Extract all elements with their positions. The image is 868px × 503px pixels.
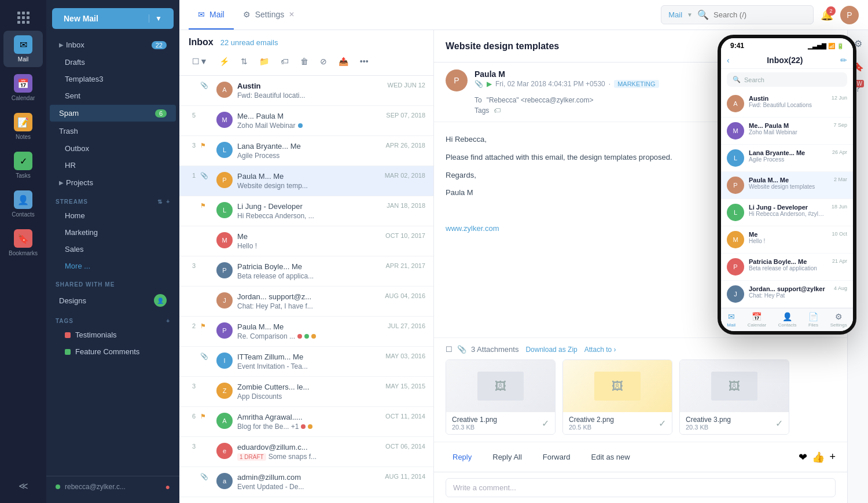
unread-count[interactable]: 22 unread emails — [220, 38, 278, 47]
phone-email-item[interactable]: L Lana Bryante... Me Agile Process 26 Ap… — [721, 145, 853, 172]
sidebar-item-sent[interactable]: Sent — [50, 88, 176, 104]
more-button[interactable]: ••• — [356, 54, 372, 68]
phone-back-button[interactable]: ‹ — [727, 56, 730, 65]
email-list-item[interactable]: 1 📎 P Paula M... Me Website design temp.… — [179, 166, 433, 196]
phone-sender: Me — [749, 231, 827, 238]
phone-email-item[interactable]: J Jordan... support@zylker Chat: Hey Pat… — [721, 281, 853, 308]
sidebar-item-spam[interactable]: Spam 6 — [50, 105, 176, 122]
sidebar-item-templates[interactable]: Templates 3 — [50, 71, 176, 87]
folder-button[interactable]: 📁 — [256, 54, 273, 68]
sidebar-item-tasks[interactable]: ✓ Tasks — [3, 147, 43, 183]
email-list-item[interactable]: M Me Hello ! OCT 10, 2017 — [179, 226, 433, 256]
body-link[interactable]: www.zylker.com — [446, 224, 499, 233]
sidebar-item-home[interactable]: Home — [50, 208, 176, 223]
comment-input[interactable] — [446, 478, 836, 497]
tab-settings[interactable]: ⚙ Settings ✕ — [234, 0, 304, 30]
settings-tab-close[interactable]: ✕ — [289, 10, 295, 19]
email-list-item[interactable]: 3 Z Zombie Cutters... le... App Discount… — [179, 377, 433, 407]
sidebar-item-drafts[interactable]: Drafts — [50, 54, 176, 70]
search-bar[interactable]: Mail ▼ 🔍 — [661, 5, 814, 24]
search-input[interactable] — [713, 10, 806, 19]
forward-link[interactable]: Forward — [536, 449, 578, 465]
phone-nav-files[interactable]: 📄 Files — [808, 312, 818, 328]
heart-emoji-button[interactable]: ❤ — [799, 451, 807, 464]
streams-sort-icon[interactable]: ⇅ — [157, 199, 163, 205]
more-emoji-button[interactable]: + — [829, 451, 836, 464]
attachment-checkbox[interactable]: ☐ — [446, 345, 453, 354]
phone-nav-contacts[interactable]: 👤 Contacts — [778, 312, 797, 328]
phone-email-item[interactable]: L Li Jung - Developer Hi Rebecca Anderso… — [721, 199, 853, 226]
email-list-item[interactable]: ⚑ L Li Jung - Developer Hi Rebecca Ander… — [179, 196, 433, 226]
attachment-2[interactable]: 🖼 Creative 2.png 20.5 KB ✓ — [562, 359, 672, 435]
archive-button[interactable]: ⊘ — [317, 54, 330, 68]
email-list-item[interactable]: J Jordan... support@z... Chat: Hey Pat, … — [179, 287, 433, 317]
phone-email-item[interactable]: P Patricia Boyle... Me Beta release of a… — [721, 254, 853, 281]
phone-email-item[interactable]: P Paula M... Me Website design templates… — [721, 172, 853, 199]
sidebar-item-mail[interactable]: ✉ Mail — [3, 31, 43, 67]
phone-compose-button[interactable]: ✏ — [840, 56, 847, 65]
email-date: MAY 03, 2016 — [385, 353, 425, 359]
user-avatar[interactable]: P — [840, 6, 859, 24]
attachment-1-check: ✓ — [542, 418, 549, 429]
search-dropdown-icon[interactable]: ▼ — [687, 12, 693, 18]
email-list-item[interactable]: 📎 A Austin Fwd: Beautiful locati... WED … — [179, 76, 433, 106]
sidebar-item-marketing[interactable]: Marketing — [50, 225, 176, 240]
email-list-item[interactable]: 📎 a admin@zillum.com Event Updated - De.… — [179, 467, 433, 497]
email-list-item[interactable]: 3 e eduardov@zillum.c... 1 DRAFTSome sna… — [179, 437, 433, 467]
email-list-item[interactable]: 5 ⚑ A Amritha Agrawal..... Re: Early acc… — [179, 497, 433, 503]
sidebar-item-hr[interactable]: HR — [50, 157, 176, 173]
email-list-item[interactable]: 3 P Patricia Boyle... Me Beta release of… — [179, 256, 433, 287]
sort-button[interactable]: ⇅ — [237, 54, 251, 68]
email-list-item[interactable]: 📎 I ITTeam Zillum... Me Event Invitation… — [179, 347, 433, 377]
phone-nav-settings[interactable]: ⚙ Settings — [830, 312, 847, 328]
new-mail-button[interactable]: New Mail ▼ — [52, 8, 174, 29]
sidebar-item-projects[interactable]: ▶ Projects — [50, 174, 176, 191]
email-list-item[interactable]: 6 ⚑ A Amritha Agrawal..... Blog for the … — [179, 407, 433, 437]
sidebar-tag-feature-comments[interactable]: Feature Comments — [50, 344, 176, 359]
tag-button[interactable]: 🏷 — [277, 54, 292, 68]
phone-email-item[interactable]: A Austin Fwd: Beautiful Locations 12 Jun — [721, 90, 853, 118]
notification-button[interactable]: 🔔 2 — [821, 9, 833, 21]
like-emoji-button[interactable]: 👍 — [812, 451, 825, 464]
phone-email-item[interactable]: M Me... Paula M Zoho Mail Webinar 7 Sep — [721, 118, 853, 145]
sidebar-tag-testimonials[interactable]: Testimonials — [50, 327, 176, 343]
phone-subject: Hi Rebecca Anderson, #zylker desk... — [749, 211, 827, 217]
collapse-button[interactable]: ≪ — [14, 476, 33, 496]
email-list-item[interactable]: 5 M Me... Paula M Zoho Mail Webinar SEP … — [179, 106, 433, 136]
edit-as-new-link[interactable]: Edit as new — [584, 449, 637, 465]
tags-add-btn[interactable]: 🏷 — [494, 107, 501, 115]
attach-to-link[interactable]: Attach to › — [584, 346, 616, 354]
sidebar-item-designs[interactable]: Designs 👤 — [50, 291, 176, 310]
sidebar-item-more[interactable]: More ... — [50, 258, 176, 274]
app-bar: ✉ Mail 📅 Calendar 📝 Notes ✓ Tasks 👤 Cont… — [0, 0, 46, 503]
phone-nav-mail[interactable]: ✉ Mail — [727, 312, 735, 328]
reply-link[interactable]: Reply — [446, 449, 479, 465]
download-zip-link[interactable]: Download as Zip — [525, 346, 577, 354]
phone-email-item[interactable]: M Me Hello ! 10 Oct — [721, 226, 853, 254]
sidebar-item-trash[interactable]: Trash — [50, 123, 176, 139]
phone-search-bar[interactable]: 🔍 Search — [727, 72, 847, 87]
tab-mail[interactable]: ✉ Mail — [189, 0, 234, 30]
attachment-3[interactable]: 🖼 Creative 3.png 20.3 KB ✓ — [679, 359, 789, 435]
delete-button[interactable]: 🗑 — [297, 54, 312, 68]
email-subject: Agile Process — [237, 152, 381, 160]
sidebar-item-outbox[interactable]: Outbox — [50, 141, 176, 156]
attachment-1[interactable]: 🖼 Creative 1.png 20.3 KB ✓ — [446, 359, 556, 435]
email-list-item[interactable]: 2 ⚑ P Paula M... Me Re. Comparison ... J… — [179, 317, 433, 347]
move-button[interactable]: 📤 — [335, 54, 352, 68]
sidebar-item-notes[interactable]: 📝 Notes — [3, 108, 43, 145]
filter-button[interactable]: ⚡ — [216, 54, 233, 68]
tags-add-icon[interactable]: + — [166, 318, 170, 324]
sidebar-item-sales[interactable]: Sales — [50, 241, 176, 257]
email-list-item[interactable]: 3 ⚑ L Lana Bryante... Me Agile Process A… — [179, 136, 433, 166]
phone-nav-calendar[interactable]: 📅 Calendar — [748, 312, 766, 328]
sidebar-item-calendar[interactable]: 📅 Calendar — [3, 69, 43, 106]
email-subject: App Discounts — [237, 392, 381, 401]
app-grid-icon[interactable] — [13, 7, 34, 28]
sidebar-item-bookmarks[interactable]: 🔖 Bookmarks — [3, 225, 43, 261]
sidebar-item-contacts[interactable]: 👤 Contacts — [3, 186, 43, 222]
checkbox-select-button[interactable]: ☐▼ — [189, 54, 211, 68]
streams-add-icon[interactable]: + — [166, 199, 170, 205]
sidebar-item-inbox[interactable]: ▶ Inbox 22 — [50, 36, 176, 53]
reply-all-link[interactable]: Reply All — [486, 449, 529, 465]
